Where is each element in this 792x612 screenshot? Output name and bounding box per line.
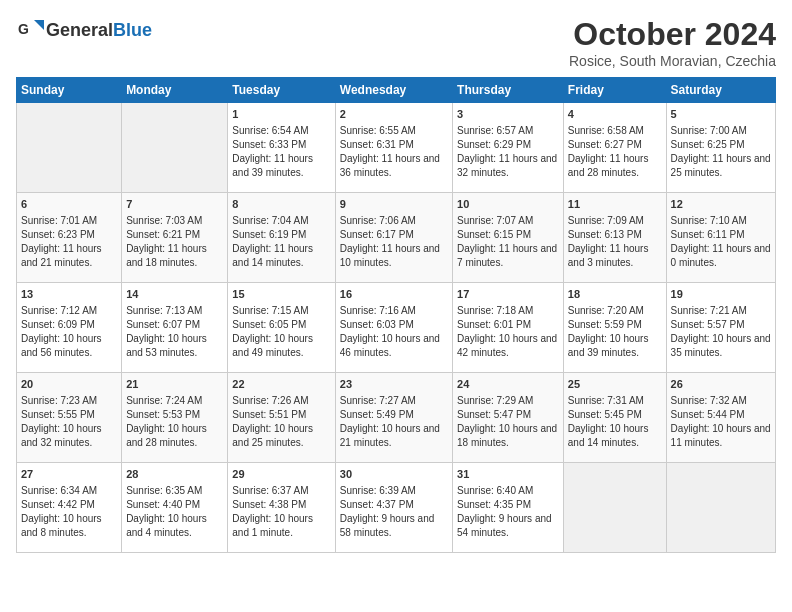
page-header: G GeneralBlue October 2024 Rosice, South…	[16, 16, 776, 69]
calendar-cell: 31Sunrise: 6:40 AMSunset: 4:35 PMDayligh…	[453, 463, 564, 553]
day-info: Sunrise: 6:54 AMSunset: 6:33 PMDaylight:…	[232, 124, 330, 180]
day-info: Sunrise: 7:03 AMSunset: 6:21 PMDaylight:…	[126, 214, 223, 270]
day-info: Sunrise: 7:31 AMSunset: 5:45 PMDaylight:…	[568, 394, 662, 450]
day-number: 7	[126, 197, 223, 212]
calendar-cell: 27Sunrise: 6:34 AMSunset: 4:42 PMDayligh…	[17, 463, 122, 553]
day-number: 15	[232, 287, 330, 302]
calendar-cell: 24Sunrise: 7:29 AMSunset: 5:47 PMDayligh…	[453, 373, 564, 463]
day-info: Sunrise: 7:16 AMSunset: 6:03 PMDaylight:…	[340, 304, 448, 360]
day-number: 24	[457, 377, 559, 392]
calendar-cell: 5Sunrise: 7:00 AMSunset: 6:25 PMDaylight…	[666, 103, 775, 193]
calendar-cell	[563, 463, 666, 553]
day-number: 14	[126, 287, 223, 302]
calendar-week-row: 1Sunrise: 6:54 AMSunset: 6:33 PMDaylight…	[17, 103, 776, 193]
calendar-cell: 3Sunrise: 6:57 AMSunset: 6:29 PMDaylight…	[453, 103, 564, 193]
calendar-cell: 10Sunrise: 7:07 AMSunset: 6:15 PMDayligh…	[453, 193, 564, 283]
day-number: 27	[21, 467, 117, 482]
calendar-week-row: 27Sunrise: 6:34 AMSunset: 4:42 PMDayligh…	[17, 463, 776, 553]
day-of-week-header: Tuesday	[228, 78, 335, 103]
calendar-cell: 18Sunrise: 7:20 AMSunset: 5:59 PMDayligh…	[563, 283, 666, 373]
calendar-cell	[122, 103, 228, 193]
calendar-cell: 12Sunrise: 7:10 AMSunset: 6:11 PMDayligh…	[666, 193, 775, 283]
location: Rosice, South Moravian, Czechia	[569, 53, 776, 69]
day-info: Sunrise: 6:35 AMSunset: 4:40 PMDaylight:…	[126, 484, 223, 540]
day-info: Sunrise: 7:29 AMSunset: 5:47 PMDaylight:…	[457, 394, 559, 450]
day-number: 31	[457, 467, 559, 482]
calendar-cell: 28Sunrise: 6:35 AMSunset: 4:40 PMDayligh…	[122, 463, 228, 553]
logo-blue-text: Blue	[113, 20, 152, 41]
calendar-cell: 17Sunrise: 7:18 AMSunset: 6:01 PMDayligh…	[453, 283, 564, 373]
day-of-week-header: Monday	[122, 78, 228, 103]
day-of-week-header: Saturday	[666, 78, 775, 103]
day-number: 29	[232, 467, 330, 482]
calendar-cell: 20Sunrise: 7:23 AMSunset: 5:55 PMDayligh…	[17, 373, 122, 463]
calendar-cell: 16Sunrise: 7:16 AMSunset: 6:03 PMDayligh…	[335, 283, 452, 373]
day-info: Sunrise: 7:26 AMSunset: 5:51 PMDaylight:…	[232, 394, 330, 450]
day-info: Sunrise: 6:39 AMSunset: 4:37 PMDaylight:…	[340, 484, 448, 540]
calendar-cell: 9Sunrise: 7:06 AMSunset: 6:17 PMDaylight…	[335, 193, 452, 283]
day-number: 4	[568, 107, 662, 122]
day-number: 19	[671, 287, 771, 302]
calendar-cell: 7Sunrise: 7:03 AMSunset: 6:21 PMDaylight…	[122, 193, 228, 283]
calendar-cell: 30Sunrise: 6:39 AMSunset: 4:37 PMDayligh…	[335, 463, 452, 553]
logo-icon: G	[16, 16, 44, 44]
day-of-week-header: Friday	[563, 78, 666, 103]
day-info: Sunrise: 7:23 AMSunset: 5:55 PMDaylight:…	[21, 394, 117, 450]
day-number: 22	[232, 377, 330, 392]
day-info: Sunrise: 7:09 AMSunset: 6:13 PMDaylight:…	[568, 214, 662, 270]
month-title: October 2024	[569, 16, 776, 53]
calendar-cell: 11Sunrise: 7:09 AMSunset: 6:13 PMDayligh…	[563, 193, 666, 283]
day-info: Sunrise: 7:20 AMSunset: 5:59 PMDaylight:…	[568, 304, 662, 360]
calendar-cell: 8Sunrise: 7:04 AMSunset: 6:19 PMDaylight…	[228, 193, 335, 283]
day-info: Sunrise: 6:40 AMSunset: 4:35 PMDaylight:…	[457, 484, 559, 540]
day-of-week-header: Wednesday	[335, 78, 452, 103]
calendar-cell: 26Sunrise: 7:32 AMSunset: 5:44 PMDayligh…	[666, 373, 775, 463]
day-number: 28	[126, 467, 223, 482]
calendar-cell: 23Sunrise: 7:27 AMSunset: 5:49 PMDayligh…	[335, 373, 452, 463]
day-number: 25	[568, 377, 662, 392]
day-number: 5	[671, 107, 771, 122]
day-info: Sunrise: 7:18 AMSunset: 6:01 PMDaylight:…	[457, 304, 559, 360]
calendar-cell: 29Sunrise: 6:37 AMSunset: 4:38 PMDayligh…	[228, 463, 335, 553]
day-number: 23	[340, 377, 448, 392]
day-number: 26	[671, 377, 771, 392]
calendar-cell: 14Sunrise: 7:13 AMSunset: 6:07 PMDayligh…	[122, 283, 228, 373]
day-info: Sunrise: 6:34 AMSunset: 4:42 PMDaylight:…	[21, 484, 117, 540]
day-info: Sunrise: 7:04 AMSunset: 6:19 PMDaylight:…	[232, 214, 330, 270]
day-info: Sunrise: 6:55 AMSunset: 6:31 PMDaylight:…	[340, 124, 448, 180]
calendar-cell: 4Sunrise: 6:58 AMSunset: 6:27 PMDaylight…	[563, 103, 666, 193]
calendar-week-row: 20Sunrise: 7:23 AMSunset: 5:55 PMDayligh…	[17, 373, 776, 463]
svg-text:G: G	[18, 21, 29, 37]
day-info: Sunrise: 7:12 AMSunset: 6:09 PMDaylight:…	[21, 304, 117, 360]
day-info: Sunrise: 7:01 AMSunset: 6:23 PMDaylight:…	[21, 214, 117, 270]
day-number: 17	[457, 287, 559, 302]
day-info: Sunrise: 7:21 AMSunset: 5:57 PMDaylight:…	[671, 304, 771, 360]
calendar-cell: 15Sunrise: 7:15 AMSunset: 6:05 PMDayligh…	[228, 283, 335, 373]
calendar-cell	[666, 463, 775, 553]
day-number: 3	[457, 107, 559, 122]
day-number: 30	[340, 467, 448, 482]
day-number: 11	[568, 197, 662, 212]
day-info: Sunrise: 7:10 AMSunset: 6:11 PMDaylight:…	[671, 214, 771, 270]
day-number: 21	[126, 377, 223, 392]
day-number: 9	[340, 197, 448, 212]
day-info: Sunrise: 7:27 AMSunset: 5:49 PMDaylight:…	[340, 394, 448, 450]
logo-general-text: General	[46, 20, 113, 41]
calendar-week-row: 6Sunrise: 7:01 AMSunset: 6:23 PMDaylight…	[17, 193, 776, 283]
calendar-cell: 22Sunrise: 7:26 AMSunset: 5:51 PMDayligh…	[228, 373, 335, 463]
calendar-cell: 19Sunrise: 7:21 AMSunset: 5:57 PMDayligh…	[666, 283, 775, 373]
day-number: 1	[232, 107, 330, 122]
calendar-cell: 6Sunrise: 7:01 AMSunset: 6:23 PMDaylight…	[17, 193, 122, 283]
day-info: Sunrise: 7:13 AMSunset: 6:07 PMDaylight:…	[126, 304, 223, 360]
title-block: October 2024 Rosice, South Moravian, Cze…	[569, 16, 776, 69]
calendar-cell: 21Sunrise: 7:24 AMSunset: 5:53 PMDayligh…	[122, 373, 228, 463]
calendar-cell: 1Sunrise: 6:54 AMSunset: 6:33 PMDaylight…	[228, 103, 335, 193]
day-number: 20	[21, 377, 117, 392]
day-info: Sunrise: 7:07 AMSunset: 6:15 PMDaylight:…	[457, 214, 559, 270]
day-number: 13	[21, 287, 117, 302]
day-info: Sunrise: 7:15 AMSunset: 6:05 PMDaylight:…	[232, 304, 330, 360]
day-number: 18	[568, 287, 662, 302]
day-number: 2	[340, 107, 448, 122]
day-info: Sunrise: 6:58 AMSunset: 6:27 PMDaylight:…	[568, 124, 662, 180]
calendar-table: SundayMondayTuesdayWednesdayThursdayFrid…	[16, 77, 776, 553]
